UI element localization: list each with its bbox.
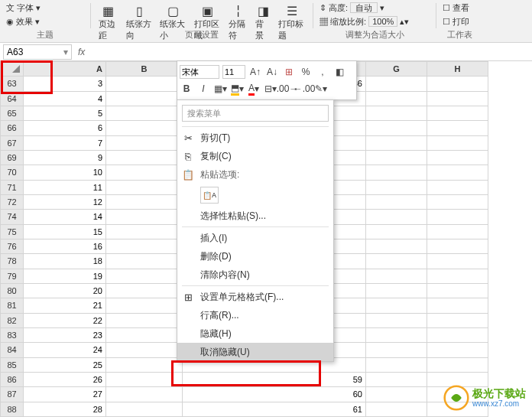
cell[interactable] bbox=[106, 313, 183, 327]
cell[interactable] bbox=[366, 387, 427, 402]
cell[interactable] bbox=[427, 283, 488, 298]
cell[interactable] bbox=[366, 194, 427, 209]
menu-paste-special[interactable]: 选择性粘贴(S)... bbox=[177, 207, 333, 225]
menu-delete[interactable]: 删除(D) bbox=[177, 247, 333, 266]
cell[interactable] bbox=[106, 77, 183, 91]
cell[interactable]: 19 bbox=[24, 269, 106, 283]
menu-format-cells[interactable]: ⊞设置单元格格式(F)... bbox=[177, 288, 333, 306]
row-header[interactable]: 79 bbox=[1, 269, 24, 283]
menu-cut[interactable]: ✂剪切(T) bbox=[177, 129, 333, 147]
cell[interactable] bbox=[106, 254, 183, 269]
col-header-g[interactable]: G bbox=[366, 62, 427, 77]
row-header[interactable]: 74 bbox=[1, 210, 24, 224]
select-all-corner[interactable] bbox=[1, 62, 24, 77]
percent-icon[interactable]: % bbox=[299, 65, 313, 79]
row-header[interactable]: 70 bbox=[1, 165, 24, 180]
row-header[interactable]: 88 bbox=[1, 402, 24, 416]
cell[interactable] bbox=[106, 387, 183, 402]
cell[interactable] bbox=[427, 298, 488, 313]
table-row[interactable]: 882861 bbox=[1, 402, 488, 416]
row-header[interactable]: 75 bbox=[1, 224, 24, 239]
cell[interactable]: 3 bbox=[24, 77, 106, 91]
mini-size-select[interactable] bbox=[222, 65, 245, 79]
cell[interactable]: 61 bbox=[183, 402, 366, 416]
menu-search-input[interactable]: 搜索菜单 bbox=[182, 105, 329, 122]
cell[interactable] bbox=[366, 210, 427, 224]
cell[interactable] bbox=[106, 180, 183, 194]
cell[interactable]: 16 bbox=[24, 239, 106, 253]
cell[interactable]: 14 bbox=[24, 210, 106, 224]
cell[interactable]: 25 bbox=[24, 357, 106, 372]
cell[interactable] bbox=[366, 150, 427, 165]
merge-icon[interactable]: ⊟▾ bbox=[264, 82, 277, 96]
view-checkbox[interactable]: ☐ 查看 bbox=[441, 2, 471, 15]
cell[interactable] bbox=[427, 165, 488, 180]
menu-clear[interactable]: 清除内容(N) bbox=[177, 266, 333, 284]
cell[interactable] bbox=[366, 313, 427, 327]
cell[interactable] bbox=[427, 106, 488, 120]
fx-icon[interactable]: fx bbox=[78, 47, 85, 57]
col-header-h[interactable]: H bbox=[427, 62, 488, 77]
cell[interactable] bbox=[106, 402, 183, 416]
cell[interactable] bbox=[427, 254, 488, 269]
cell[interactable] bbox=[106, 135, 183, 150]
table-row[interactable]: 872760 bbox=[1, 387, 488, 402]
cell[interactable]: 4 bbox=[24, 91, 106, 106]
cell[interactable] bbox=[106, 224, 183, 239]
cell[interactable]: 18 bbox=[24, 254, 106, 269]
cell[interactable] bbox=[106, 194, 183, 209]
effects-dropdown[interactable]: ◉ 效果 ▾ bbox=[5, 15, 41, 28]
cell[interactable] bbox=[106, 121, 183, 135]
col-header-a[interactable]: A bbox=[24, 62, 106, 77]
menu-unhide[interactable]: 取消隐藏(U) bbox=[177, 343, 333, 361]
row-header[interactable]: 87 bbox=[1, 387, 24, 402]
cell[interactable] bbox=[427, 194, 488, 209]
cell[interactable] bbox=[427, 357, 488, 372]
row-header[interactable]: 83 bbox=[1, 327, 24, 342]
fill-color-icon[interactable]: ⬒▾ bbox=[230, 82, 244, 96]
cell[interactable] bbox=[427, 91, 488, 106]
cell[interactable] bbox=[366, 106, 427, 120]
scale-field[interactable]: ▦ 缩放比例: 100% ▴▾ bbox=[318, 15, 410, 28]
cell[interactable] bbox=[366, 357, 427, 372]
cell[interactable] bbox=[106, 283, 183, 298]
font-dropdown[interactable]: 文 字体 ▾ bbox=[5, 2, 42, 15]
menu-row-height[interactable]: 行高(R)... bbox=[177, 306, 333, 324]
cell[interactable]: 27 bbox=[24, 387, 106, 402]
print-checkbox[interactable]: ☐ 打印 bbox=[441, 15, 471, 28]
row-header[interactable]: 76 bbox=[1, 239, 24, 253]
cell[interactable] bbox=[427, 313, 488, 327]
increase-font-icon[interactable]: A↑ bbox=[248, 65, 262, 79]
cell[interactable] bbox=[106, 91, 183, 106]
cell[interactable] bbox=[366, 77, 427, 91]
cell[interactable]: 15 bbox=[24, 224, 106, 239]
cell[interactable] bbox=[106, 357, 183, 372]
cell[interactable] bbox=[106, 165, 183, 180]
row-header[interactable]: 63 bbox=[1, 77, 24, 91]
increase-decimal-icon[interactable]: ←.00 bbox=[297, 82, 311, 96]
cell[interactable]: 60 bbox=[183, 387, 366, 402]
decrease-font-icon[interactable]: A↓ bbox=[265, 65, 279, 79]
decrease-decimal-icon[interactable]: .00→ bbox=[281, 82, 294, 96]
row-header[interactable]: 64 bbox=[1, 91, 24, 106]
cell[interactable] bbox=[366, 269, 427, 283]
cell[interactable]: 12 bbox=[24, 194, 106, 209]
cell[interactable]: 21 bbox=[24, 298, 106, 313]
cell[interactable]: 23 bbox=[24, 327, 106, 342]
cell[interactable] bbox=[106, 327, 183, 342]
row-header[interactable]: 67 bbox=[1, 135, 24, 150]
col-header-b[interactable]: B bbox=[106, 62, 183, 77]
cell[interactable] bbox=[106, 269, 183, 283]
row-header[interactable]: 80 bbox=[1, 283, 24, 298]
cell[interactable] bbox=[366, 402, 427, 416]
paste-default-icon[interactable]: 📋A bbox=[200, 187, 219, 204]
format-icon[interactable]: ✎▾ bbox=[314, 82, 328, 96]
cell[interactable] bbox=[366, 180, 427, 194]
comma-icon[interactable]: , bbox=[316, 65, 329, 79]
cell[interactable] bbox=[366, 135, 427, 150]
row-header[interactable]: 82 bbox=[1, 313, 24, 327]
row-header[interactable]: 85 bbox=[1, 357, 24, 372]
cell[interactable]: 20 bbox=[24, 283, 106, 298]
cell[interactable]: 26 bbox=[24, 372, 106, 386]
cell[interactable] bbox=[366, 283, 427, 298]
